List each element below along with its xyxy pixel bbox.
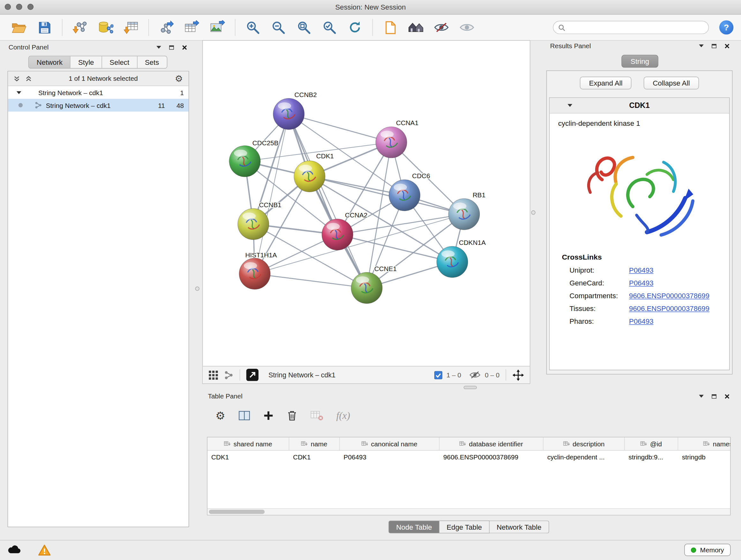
panel-menu-icon[interactable]	[699, 44, 704, 47]
column-header[interactable]: database identifier	[440, 437, 543, 450]
column-header[interactable]: namespace	[678, 437, 731, 450]
tab-select[interactable]: Select	[102, 56, 137, 68]
table-row[interactable]: CDK1 CDK1 P06493 9606.ENSP00000378699 cy…	[207, 450, 730, 463]
gene-disclosure-icon[interactable]	[568, 104, 572, 107]
crosslink-link[interactable]: P06493	[629, 317, 654, 325]
panel-menu-icon[interactable]	[699, 395, 704, 398]
toggle-panels-button[interactable]	[405, 17, 427, 38]
import-network-from-database-button[interactable]	[94, 17, 117, 38]
network-edge[interactable]	[310, 176, 464, 214]
crosslink-link[interactable]: P06493	[629, 266, 654, 274]
export-network-button[interactable]	[155, 17, 178, 38]
hidden-eye-slash-icon[interactable]	[469, 371, 481, 379]
tab-string[interactable]: String	[622, 55, 658, 68]
node-table[interactable]: shared name name canonical name database…	[207, 437, 731, 515]
network-row-selected[interactable]: String Network – cdk1 11 48	[8, 99, 189, 112]
tab-style[interactable]: Style	[70, 56, 102, 68]
zoom-in-button[interactable]	[242, 17, 264, 38]
float-panel-icon[interactable]	[712, 394, 717, 398]
export-table-button[interactable]	[181, 17, 203, 38]
network-node-ccna1[interactable]: CCNA1	[376, 119, 418, 158]
column-header[interactable]: shared name	[207, 437, 289, 450]
share-view-icon[interactable]	[224, 370, 233, 379]
warnings-button[interactable]	[38, 544, 51, 556]
help-button[interactable]: ?	[719, 20, 733, 35]
add-column-plus-icon[interactable]	[263, 410, 273, 421]
column-header[interactable]: name	[289, 437, 340, 450]
network-node-hist1h1a[interactable]: HIST1H1A	[239, 251, 277, 290]
network-edge[interactable]	[289, 114, 391, 142]
table-cell[interactable]: cyclin-dependent ...	[543, 453, 625, 461]
export-image-button[interactable]	[206, 17, 229, 38]
tab-network-table[interactable]: Network Table	[489, 520, 549, 533]
table-options-gear-icon[interactable]: ⚙	[215, 410, 225, 421]
scrollbar-thumb[interactable]	[209, 509, 265, 514]
splitter-handle[interactable]	[464, 386, 477, 389]
open-session-button[interactable]	[8, 17, 30, 38]
memory-button[interactable]: Memory	[684, 544, 731, 556]
zoom-window-button[interactable]	[27, 4, 33, 10]
function-builder-icon[interactable]: f(x)	[336, 410, 350, 422]
table-cell[interactable]: P06493	[340, 453, 440, 461]
close-button[interactable]	[5, 4, 11, 10]
selected-checkbox-icon[interactable]	[434, 371, 442, 379]
zoom-fit-button[interactable]	[293, 17, 315, 38]
network-graph[interactable]: CCNB2CCNA1CDC25BCDK1CDC6RB1CCNB1CCNA2CDK…	[203, 41, 530, 366]
grid-view-icon[interactable]	[208, 370, 218, 380]
pan-crosshair-icon[interactable]	[512, 369, 524, 381]
save-session-button[interactable]	[33, 17, 56, 38]
horizontal-scrollbar[interactable]	[207, 508, 730, 515]
gene-card-header[interactable]: CDK1	[549, 98, 729, 114]
close-panel-icon[interactable]	[724, 394, 730, 399]
table-cell[interactable]: CDK1	[207, 453, 289, 461]
tab-edge-table[interactable]: Edge Table	[440, 520, 489, 533]
float-panel-icon[interactable]	[169, 45, 174, 49]
network-edge[interactable]	[255, 114, 289, 274]
tab-node-table[interactable]: Node Table	[389, 520, 440, 533]
table-cell[interactable]: stringdb:9...	[625, 453, 678, 461]
splitter-handle[interactable]	[531, 210, 536, 214]
expand-all-button[interactable]: Expand All	[580, 77, 631, 89]
network-options-gear-icon[interactable]: ⚙	[175, 74, 183, 83]
hide-selected-button[interactable]	[430, 17, 453, 38]
table-cell[interactable]: 9606.ENSP00000378699	[440, 453, 543, 461]
minimize-button[interactable]	[16, 4, 22, 10]
tab-network[interactable]: Network	[29, 56, 70, 68]
birdseye-toggle-icon[interactable]	[246, 369, 259, 381]
close-panel-icon[interactable]	[724, 44, 730, 49]
splitter-handle[interactable]	[195, 287, 199, 291]
show-all-button[interactable]	[456, 17, 478, 38]
crosslink-link[interactable]: 9606.ENSP00000378699	[629, 292, 710, 300]
network-node-ccnb1[interactable]: CCNB1	[238, 201, 281, 240]
network-node-cdc6[interactable]: CDC6	[389, 172, 430, 211]
network-node-cdkn1a[interactable]: CDKN1A	[436, 239, 486, 277]
network-edge[interactable]	[255, 214, 464, 274]
network-node-ccnb2[interactable]: CCNB2	[273, 91, 317, 130]
column-header[interactable]: description	[543, 437, 625, 450]
close-panel-icon[interactable]	[182, 45, 187, 50]
network-edge[interactable]	[255, 273, 367, 288]
search-box[interactable]	[553, 21, 709, 34]
table-cell[interactable]: stringdb	[678, 453, 731, 461]
disclosure-triangle-icon[interactable]	[17, 91, 21, 94]
crosslink-link[interactable]: P06493	[629, 279, 654, 287]
float-panel-icon[interactable]	[712, 44, 717, 48]
zoom-selected-button[interactable]	[318, 17, 341, 38]
expand-all-icon[interactable]	[25, 75, 31, 81]
column-header[interactable]: canonical name	[340, 437, 440, 450]
tab-sets[interactable]: Sets	[137, 56, 166, 68]
apply-layout-button[interactable]	[344, 17, 366, 38]
network-node-rb1[interactable]: RB1	[448, 191, 485, 230]
show-columns-icon[interactable]	[239, 410, 250, 421]
show-graphics-details-button[interactable]	[379, 17, 402, 38]
delete-table-icon[interactable]	[310, 410, 323, 421]
network-collection-row[interactable]: String Network – cdk1 1	[8, 86, 189, 99]
collapse-all-button[interactable]: Collapse All	[644, 77, 698, 89]
import-network-from-file-button[interactable]	[69, 17, 91, 38]
network-node-cdk1[interactable]: CDK1	[294, 152, 334, 192]
collapse-all-icon[interactable]	[14, 75, 20, 81]
crosslink-link[interactable]: 9606.ENSP00000378699	[629, 305, 710, 313]
delete-trash-icon[interactable]	[286, 410, 297, 422]
column-header[interactable]: @id	[625, 437, 678, 450]
table-cell[interactable]: CDK1	[289, 453, 340, 461]
